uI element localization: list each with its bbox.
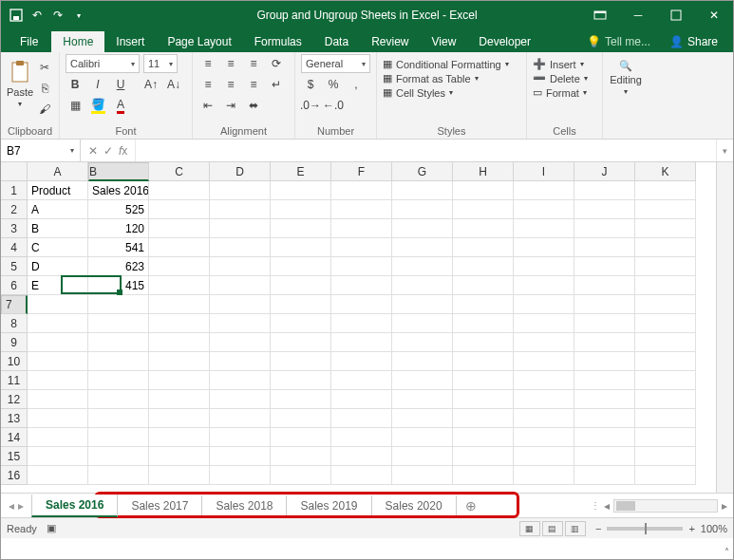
cell[interactable] (88, 409, 149, 428)
orientation-icon[interactable]: ⟳ (267, 54, 286, 73)
cell[interactable] (331, 447, 392, 466)
enter-formula-icon[interactable]: ✓ (104, 144, 113, 158)
cell[interactable] (210, 390, 271, 409)
cell[interactable] (635, 466, 696, 485)
row-header[interactable]: 11 (1, 371, 28, 390)
cell[interactable] (210, 238, 271, 257)
wrap-text-icon[interactable]: ↵ (267, 75, 286, 94)
cell[interactable] (271, 257, 331, 276)
align-left-icon[interactable]: ≡ (198, 75, 217, 94)
column-header[interactable]: G (392, 162, 453, 181)
cell[interactable] (514, 371, 574, 390)
format-table-button[interactable]: ▦Format as Table▾ (383, 72, 520, 84)
cell[interactable] (574, 371, 635, 390)
cell[interactable] (149, 181, 210, 200)
cell[interactable] (453, 352, 514, 371)
cell[interactable] (453, 447, 514, 466)
cut-icon[interactable]: ✂ (35, 58, 54, 77)
cell[interactable] (514, 219, 574, 238)
cell[interactable] (514, 447, 574, 466)
sheet-tab[interactable]: Sales 2020 (371, 495, 457, 517)
cell[interactable] (271, 333, 331, 352)
number-format-select[interactable]: General▾ (301, 54, 370, 73)
cell[interactable] (331, 409, 392, 428)
cell[interactable] (210, 447, 271, 466)
cell[interactable] (392, 466, 453, 485)
zoom-out-button[interactable]: − (595, 523, 601, 534)
cell[interactable] (28, 295, 88, 314)
save-icon[interactable] (9, 8, 24, 23)
cell[interactable] (28, 390, 88, 409)
cell[interactable] (210, 314, 271, 333)
cell[interactable] (635, 276, 696, 295)
comma-icon[interactable]: , (347, 75, 366, 94)
cell[interactable] (210, 352, 271, 371)
cell[interactable] (392, 200, 453, 219)
tab-home[interactable]: Home (51, 31, 104, 52)
cell[interactable] (392, 409, 453, 428)
cell[interactable] (453, 257, 514, 276)
cell[interactable] (271, 371, 331, 390)
cell[interactable] (635, 428, 696, 447)
cell[interactable]: 120 (88, 219, 149, 238)
italic-button[interactable]: I (88, 75, 107, 94)
cell[interactable] (149, 371, 210, 390)
cell[interactable]: Product (28, 181, 88, 200)
cell[interactable] (574, 295, 635, 314)
cell[interactable] (574, 447, 635, 466)
align-bottom-icon[interactable]: ≡ (244, 54, 263, 73)
cell[interactable] (574, 352, 635, 371)
select-all-corner[interactable] (1, 162, 28, 181)
align-middle-icon[interactable]: ≡ (221, 54, 240, 73)
cell[interactable] (271, 352, 331, 371)
cell[interactable] (514, 466, 574, 485)
cell[interactable]: E (28, 276, 88, 295)
cell[interactable] (635, 181, 696, 200)
cell[interactable] (574, 257, 635, 276)
cell[interactable] (271, 276, 331, 295)
sheet-nav-next-icon[interactable]: ▸ (18, 499, 24, 513)
dec-decimal-icon[interactable]: ←.0 (324, 96, 343, 115)
cell[interactable] (635, 295, 696, 314)
cell[interactable] (514, 314, 574, 333)
cell[interactable] (331, 466, 392, 485)
cell[interactable]: Sales 2016 (88, 181, 149, 200)
cell[interactable] (514, 352, 574, 371)
cell[interactable] (149, 447, 210, 466)
cell[interactable] (635, 447, 696, 466)
row-header[interactable]: 8 (1, 314, 28, 333)
close-button[interactable]: ✕ (695, 1, 733, 29)
fx-icon[interactable]: fx (119, 144, 127, 158)
page-layout-view-button[interactable]: ▤ (542, 521, 563, 536)
align-top-icon[interactable]: ≡ (198, 54, 217, 73)
cell[interactable] (392, 447, 453, 466)
cell[interactable] (28, 409, 88, 428)
new-sheet-button[interactable]: ⊕ (456, 498, 486, 513)
cell[interactable] (88, 371, 149, 390)
cell[interactable] (28, 314, 88, 333)
cell[interactable] (88, 428, 149, 447)
cell[interactable] (574, 238, 635, 257)
cell[interactable] (453, 466, 514, 485)
cell[interactable] (331, 428, 392, 447)
cell[interactable] (453, 371, 514, 390)
cell[interactable] (88, 314, 149, 333)
cell[interactable] (210, 257, 271, 276)
cell[interactable] (574, 409, 635, 428)
sheet-tab[interactable]: Sales 2017 (117, 495, 202, 517)
cell[interactable]: A (28, 200, 88, 219)
cell[interactable] (635, 333, 696, 352)
cell[interactable] (392, 219, 453, 238)
row-header[interactable]: 7 (1, 295, 28, 314)
cell[interactable] (392, 314, 453, 333)
cell[interactable] (28, 333, 88, 352)
cell[interactable] (453, 390, 514, 409)
cell[interactable] (331, 219, 392, 238)
cell[interactable] (271, 314, 331, 333)
cell[interactable] (392, 352, 453, 371)
row-header[interactable]: 3 (1, 219, 28, 238)
cell[interactable] (392, 390, 453, 409)
file-tab[interactable]: File (7, 31, 51, 52)
cell[interactable] (271, 295, 331, 314)
vertical-scrollbar[interactable] (716, 162, 733, 493)
